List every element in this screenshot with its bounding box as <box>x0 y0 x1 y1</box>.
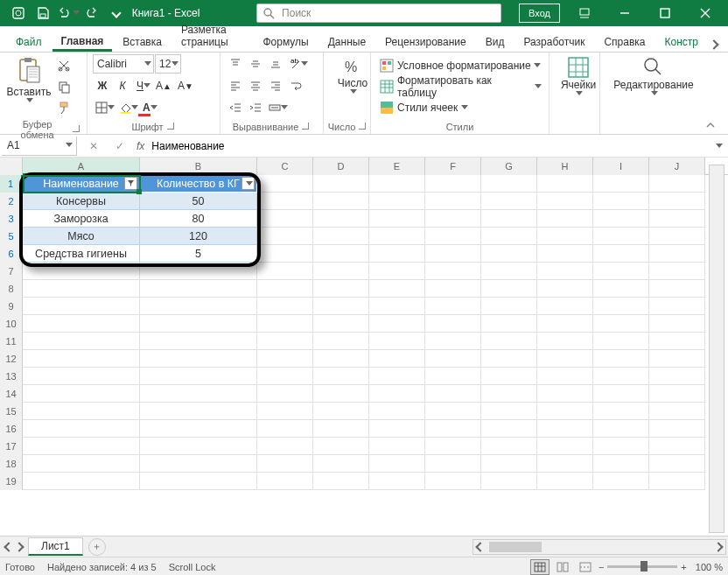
cell-I1[interactable] <box>593 175 649 193</box>
tab-home[interactable]: Главная <box>52 31 113 52</box>
cell-F18[interactable] <box>425 455 481 473</box>
cell-J5[interactable] <box>649 228 705 245</box>
cell-F9[interactable] <box>425 298 481 315</box>
cell-C8[interactable] <box>257 280 313 298</box>
col-header-I[interactable]: I <box>593 158 649 175</box>
cell-J15[interactable] <box>649 403 705 420</box>
cell-D14[interactable] <box>313 385 369 403</box>
col-header-J[interactable]: J <box>649 158 705 175</box>
tab-developer[interactable]: Разработчик <box>514 32 593 52</box>
cell-H15[interactable] <box>537 403 593 420</box>
cell-H14[interactable] <box>537 385 593 403</box>
cell-H17[interactable] <box>537 438 593 455</box>
font-launcher-icon[interactable] <box>167 123 176 131</box>
cell-J8[interactable] <box>649 280 705 298</box>
cell-E3[interactable] <box>369 210 425 228</box>
cell-J7[interactable] <box>649 263 705 280</box>
page-break-view-icon[interactable] <box>576 559 595 575</box>
cell-F6[interactable] <box>425 245 481 263</box>
undo-icon[interactable] <box>56 2 79 25</box>
cell-J11[interactable] <box>649 333 705 350</box>
clipboard-launcher-icon[interactable] <box>73 125 81 134</box>
cell-C9[interactable] <box>257 298 313 315</box>
tab-layout[interactable]: Разметка страницы <box>172 19 253 52</box>
cell-J17[interactable] <box>649 438 705 455</box>
cell-H10[interactable] <box>537 315 593 333</box>
cell-G18[interactable] <box>481 455 537 473</box>
cell-D19[interactable] <box>313 473 369 490</box>
cell-B13[interactable] <box>140 368 257 385</box>
cell-G9[interactable] <box>481 298 537 315</box>
cell-E6[interactable] <box>369 245 425 263</box>
cell-B14[interactable] <box>140 385 257 403</box>
col-header-C[interactable]: C <box>257 158 313 175</box>
cell-G15[interactable] <box>481 403 537 420</box>
sheet-nav-last-icon[interactable] <box>14 542 24 551</box>
underline-button[interactable]: Ч <box>133 76 152 95</box>
cell-E18[interactable] <box>369 455 425 473</box>
sheet-nav-first-icon[interactable] <box>4 542 13 551</box>
cell-D2[interactable] <box>313 193 369 210</box>
cell-G14[interactable] <box>481 385 537 403</box>
cell-I15[interactable] <box>593 403 649 420</box>
shrink-font-icon[interactable]: A▼ <box>175 76 196 95</box>
row-header-13[interactable]: 13 <box>0 368 23 385</box>
signin-button[interactable]: Вход <box>519 4 560 23</box>
cell-D16[interactable] <box>313 420 369 438</box>
cell-B2[interactable]: 50 <box>140 193 257 210</box>
cell-D6[interactable] <box>313 245 369 263</box>
cell-I12[interactable] <box>593 350 649 368</box>
col-header-E[interactable]: E <box>369 158 425 175</box>
cell-D15[interactable] <box>313 403 369 420</box>
align-right-icon[interactable] <box>266 76 285 95</box>
cell-D12[interactable] <box>313 350 369 368</box>
copy-icon[interactable] <box>54 77 74 96</box>
save-icon[interactable] <box>32 2 54 25</box>
cell-J10[interactable] <box>649 315 705 333</box>
cell-G16[interactable] <box>481 420 537 438</box>
cell-H1[interactable] <box>537 175 593 193</box>
cell-B7[interactable] <box>140 263 257 280</box>
tab-tabledesign[interactable]: Констр <box>656 32 707 52</box>
cell-H6[interactable] <box>537 245 593 263</box>
align-center-icon[interactable] <box>246 76 265 95</box>
cell-I17[interactable] <box>593 438 649 455</box>
align-bottom-icon[interactable] <box>266 54 285 74</box>
cell-H8[interactable] <box>537 280 593 298</box>
cell-H7[interactable] <box>537 263 593 280</box>
font-size-combo[interactable]: 12 <box>155 54 181 74</box>
cell-B1[interactable]: Количество в КГ <box>140 175 257 193</box>
cell-J16[interactable] <box>649 420 705 438</box>
formula-bar-expand-icon[interactable] <box>716 144 721 149</box>
cell-I16[interactable] <box>593 420 649 438</box>
minimize-button[interactable] <box>606 0 644 26</box>
cell-H3[interactable] <box>537 210 593 228</box>
cell-J14[interactable] <box>649 385 705 403</box>
cell-G13[interactable] <box>481 368 537 385</box>
cell-A15[interactable] <box>23 403 140 420</box>
orientation-icon[interactable]: ab <box>286 54 309 74</box>
cell-C1[interactable] <box>257 175 313 193</box>
fill-color-icon[interactable] <box>116 98 139 117</box>
decrease-indent-icon[interactable] <box>226 98 245 117</box>
name-box[interactable]: A1 <box>2 137 77 156</box>
cell-A5[interactable]: Мясо <box>23 228 140 245</box>
cell-A7[interactable] <box>23 263 140 280</box>
cell-D5[interactable] <box>313 228 369 245</box>
col-header-G[interactable]: G <box>481 158 537 175</box>
cell-I9[interactable] <box>593 298 649 315</box>
cell-A17[interactable] <box>23 438 140 455</box>
cell-D1[interactable] <box>313 175 369 193</box>
cell-A13[interactable] <box>23 368 140 385</box>
cell-E12[interactable] <box>369 350 425 368</box>
cell-G1[interactable] <box>481 175 537 193</box>
row-header-8[interactable]: 8 <box>0 280 23 298</box>
align-launcher-icon[interactable] <box>302 123 311 131</box>
align-top-icon[interactable] <box>226 54 245 74</box>
cell-I14[interactable] <box>593 385 649 403</box>
cell-C13[interactable] <box>257 368 313 385</box>
cell-H12[interactable] <box>537 350 593 368</box>
row-header-19[interactable]: 19 <box>0 473 23 490</box>
cell-E5[interactable] <box>369 228 425 245</box>
cell-I13[interactable] <box>593 368 649 385</box>
